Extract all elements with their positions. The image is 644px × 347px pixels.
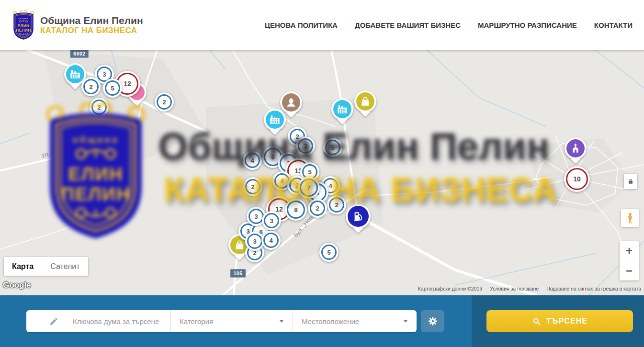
cluster-marker[interactable]: 3 [296, 136, 315, 156]
google-logo[interactable]: Google [3, 280, 31, 290]
cluster-count: 5 [308, 168, 311, 176]
cluster-count: 4 [250, 157, 254, 164]
cluster-marker[interactable]: 2 [327, 195, 346, 214]
factory-icon [66, 65, 84, 83]
cluster-ring: 7 [300, 179, 318, 197]
factory-marker[interactable] [331, 98, 353, 120]
municipality-crest-icon: общинаЕЛИНПЕЛИН [11, 10, 35, 40]
svg-text:ПЕЛИН: ПЕЛИН [16, 28, 31, 32]
attribution-link[interactable]: Условия за ползване [490, 286, 539, 291]
map-type-map-button[interactable]: Карта [4, 257, 42, 276]
cluster-count: 7 [307, 184, 310, 191]
road-badge: 105 [230, 269, 246, 278]
nav-item[interactable]: ДОБАВЕТЕ ВАШИЯТ БИЗНЕС [355, 21, 461, 29]
map-canvas[interactable]: 6002105ул. Преславбул. „Новоселци"123252… [0, 50, 644, 295]
cluster-ring: 2 [91, 100, 107, 115]
cluster-ring: 3 [247, 234, 262, 249]
cluster-ring: 10 [566, 168, 588, 190]
fuel-icon [348, 206, 369, 227]
bag-icon [356, 92, 374, 111]
category-select[interactable]: Категория [171, 310, 293, 332]
cluster-marker[interactable]: 2 [81, 77, 101, 96]
cluster-count: 2 [335, 201, 338, 209]
header: общинаЕЛИНПЕЛИН Община Елин Пелин КАТАЛО… [0, 0, 644, 50]
factory-icon [266, 111, 284, 129]
organization-name: Община Елин Пелин [40, 15, 143, 26]
cluster-count: 8 [294, 206, 297, 213]
cluster-count: 2 [97, 104, 101, 111]
cluster-count: 4 [280, 178, 283, 185]
nav-item[interactable]: КОНТАКТИ [594, 21, 633, 29]
cluster-ring: 2 [157, 94, 172, 110]
keyword-search-input[interactable] [72, 317, 160, 326]
gear-icon [427, 315, 439, 327]
cluster-ring: 2 [310, 201, 325, 216]
svg-text:ЕЛИН: ЕЛИН [18, 23, 30, 28]
cluster-count: 3 [304, 143, 307, 150]
cluster-ring: 2 [329, 197, 344, 213]
cluster-marker[interactable]: 5 [319, 243, 339, 262]
cluster-marker[interactable]: 10 [564, 166, 590, 192]
attribution-link[interactable]: Подаване на сигнал за грешка в картата [546, 286, 641, 291]
cluster-ring: 5 [325, 140, 340, 155]
map-type-satellite-button[interactable]: Сателит [42, 257, 88, 276]
cluster-marker[interactable]: 2 [90, 98, 109, 117]
cluster-count: 6 [271, 154, 274, 161]
factory-icon [333, 100, 351, 118]
keyword-field [26, 310, 171, 332]
cluster-ring: 3 [298, 138, 313, 154]
catalog-title: КАТАЛОГ НА БИЗНЕСА [40, 26, 143, 35]
cluster-marker[interactable]: 2 [308, 199, 327, 218]
factory-marker[interactable] [264, 109, 286, 131]
location-select-value: Местоположение [302, 317, 359, 325]
search-bar: Категория Местоположение [0, 295, 644, 347]
cluster-marker[interactable]: 5 [323, 138, 342, 157]
cluster-ring: 4 [263, 233, 279, 248]
nav-item[interactable]: ЦЕНОВА ПОЛИТИКА [265, 21, 338, 29]
cluster-marker[interactable]: 3 [262, 211, 281, 230]
cluster-count: 12 [124, 80, 131, 88]
pegman-button[interactable] [621, 209, 639, 227]
nav-item[interactable]: МАРШРУТНО РАЗПИСАНИЕ [478, 21, 577, 29]
cluster-count: 4 [269, 237, 272, 244]
cluster-ring: 2 [83, 79, 99, 94]
church-marker[interactable] [565, 137, 587, 159]
cluster-marker[interactable]: 2 [243, 177, 262, 196]
cluster-marker[interactable]: 2 [155, 92, 174, 112]
logo-text: Община Елин Пелин КАТАЛОГ НА БИЗНЕСА [40, 15, 143, 35]
main-nav: ЦЕНОВА ПОЛИТИКАДОБАВЕТЕ ВАШИЯТ БИЗНЕСМАР… [265, 21, 633, 29]
cluster-count: 2 [316, 205, 319, 212]
cluster-count: 3 [254, 213, 258, 220]
cluster-marker[interactable]: 4 [261, 231, 281, 250]
site-logo[interactable]: общинаЕЛИНПЕЛИН Община Елин Пелин КАТАЛО… [11, 10, 143, 40]
fuel-marker[interactable] [346, 204, 371, 229]
cluster-ring: 3 [264, 213, 279, 228]
search-button[interactable]: ТЪРСЕНЕ [486, 310, 633, 332]
zoom-out-button[interactable]: − [620, 261, 639, 281]
svg-text:община: община [19, 17, 29, 19]
worker-icon [282, 93, 300, 112]
worker-marker[interactable] [280, 91, 302, 113]
cluster-ring: 2 [245, 179, 260, 194]
cluster-marker[interactable]: 4 [243, 151, 262, 170]
location-select[interactable]: Местоположение [293, 310, 417, 332]
zoom-in-button[interactable]: + [620, 241, 639, 261]
church-icon [566, 139, 585, 157]
chevron-down-icon [279, 320, 284, 323]
cluster-ring: 5 [105, 80, 120, 96]
cluster-marker[interactable]: 5 [103, 78, 122, 98]
lock-button[interactable] [624, 174, 637, 189]
cluster-marker[interactable]: 8 [285, 199, 307, 221]
cluster-marker[interactable]: 7 [298, 177, 320, 199]
cluster-ring: 8 [287, 201, 305, 219]
pencil-icon [49, 317, 58, 326]
cluster-count: 3 [253, 238, 256, 245]
category-select-value: Категория [180, 317, 213, 325]
cluster-count: 3 [270, 217, 273, 224]
zoom-control: + − [620, 241, 639, 280]
bag-marker[interactable] [354, 90, 376, 112]
cluster-count: 10 [573, 175, 581, 183]
cluster-count: 5 [111, 85, 114, 92]
cluster-count: 2 [89, 83, 92, 90]
advanced-settings-button[interactable] [421, 310, 444, 332]
